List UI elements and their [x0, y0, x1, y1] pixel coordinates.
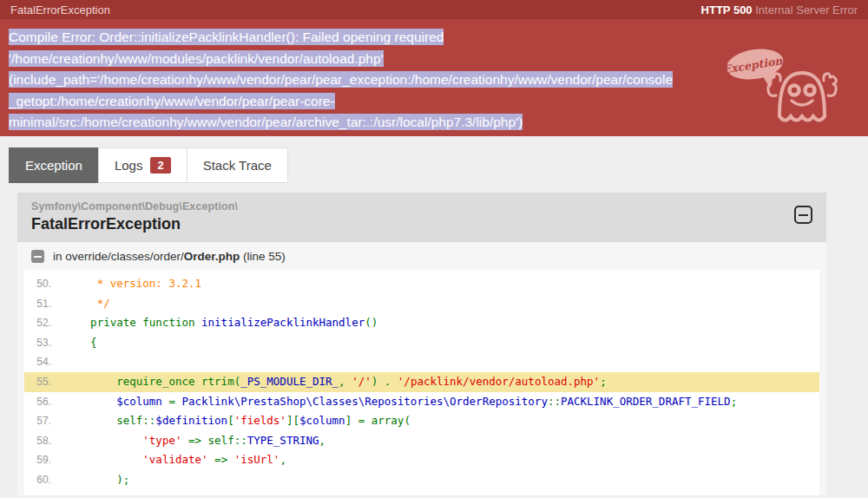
line-number: 54.	[24, 352, 64, 372]
exception-title: FatalErrorException	[10, 3, 110, 16]
exception-class-name: FatalErrorException	[31, 215, 238, 233]
top-status-bar: FatalErrorException HTTP 500 Internal Se…	[0, 0, 868, 19]
error-header: Compile Error: Order::initializePacklink…	[0, 19, 868, 136]
http-status: HTTP 500 Internal Server Error	[701, 3, 858, 16]
code-text: );	[64, 470, 129, 490]
code-line: 50. * version: 3.2.1	[24, 274, 819, 294]
code-line: 58. 'type' => self::TYPE_STRING,	[24, 431, 819, 451]
exception-ghost-icon: Exception!	[722, 45, 844, 132]
line-number: 53.	[24, 333, 64, 353]
error-message-line: '/home/creationhy/www/modules/packlink/v…	[9, 50, 384, 67]
error-message: Compile Error: Order::initializePacklink…	[9, 27, 755, 134]
tab-logs-label: Logs	[115, 158, 143, 173]
code-text: 'type' => self::TYPE_STRING,	[64, 431, 326, 451]
code-line: 60. );	[24, 470, 819, 490]
error-message-line: _getopt:/home/creationhy/www/vendor/pear…	[9, 93, 335, 109]
tab-exception[interactable]: Exception	[9, 147, 99, 183]
line-number: 56.	[24, 392, 64, 412]
code-text: self::$definition['fields'][$column] = a…	[64, 411, 411, 431]
http-status-code: HTTP 500	[701, 3, 753, 16]
file-location-row: in override/classes/order/Order.php (lin…	[17, 242, 826, 270]
tab-stack-trace-label: Stack Trace	[203, 158, 272, 173]
line-number: 58.	[24, 431, 64, 451]
line-number: 52.	[24, 313, 64, 333]
collapse-trace-icon[interactable]	[31, 250, 44, 263]
error-message-line: (include_path='/home/creationhy/www/vend…	[9, 71, 673, 88]
line-number: 57.	[24, 411, 64, 431]
line-number: 51.	[24, 294, 64, 314]
code-line: 53. {	[24, 333, 819, 353]
file-location-text: in override/classes/order/Order.php (lin…	[53, 250, 286, 263]
code-line: 54.	[24, 352, 819, 372]
code-text: * version: 3.2.1	[64, 274, 201, 294]
http-status-text: Internal Server Error	[755, 3, 858, 16]
tab-exception-label: Exception	[25, 158, 82, 173]
error-message-line: Compile Error: Order::initializePacklink…	[9, 29, 444, 45]
exception-namespace: Symfony\Component\Debug\Exception\	[31, 200, 238, 213]
code-text: {	[64, 333, 97, 353]
logs-count-badge: 2	[150, 157, 170, 174]
code-line: 56. $column = Packlink\PrestaShop\Classe…	[24, 392, 819, 412]
tab-stack-trace[interactable]: Stack Trace	[187, 147, 288, 183]
code-line: 59. 'validate' => 'isUrl',	[24, 450, 819, 470]
error-message-line: minimal/src:/home/creationhy/www/vendor/…	[9, 114, 523, 130]
line-number: 59.	[24, 450, 64, 470]
code-text: 'validate' => 'isUrl',	[64, 450, 286, 470]
debug-tabbar: Exception Logs 2 Stack Trace	[9, 147, 868, 183]
code-line: 57. self::$definition['fields'][$column]…	[24, 411, 819, 431]
code-text: private function initializePacklinkHandl…	[64, 313, 378, 333]
tab-logs[interactable]: Logs 2	[98, 147, 187, 183]
code-listing: 50. * version: 3.2.151. */52. private fu…	[24, 270, 819, 495]
file-name: Order.php	[184, 250, 240, 263]
collapse-panel-button[interactable]	[794, 206, 812, 224]
exception-panel: Symfony\Component\Debug\Exception\ Fatal…	[17, 193, 826, 495]
line-number: 50.	[24, 274, 64, 294]
line-number: 60.	[24, 470, 64, 490]
code-line: 52. private function initializePacklinkH…	[24, 313, 819, 333]
code-line-highlighted: 55. require_once rtrim(_PS_MODULE_DIR_, …	[24, 372, 819, 392]
exception-panel-header: Symfony\Component\Debug\Exception\ Fatal…	[17, 193, 826, 242]
code-text: require_once rtrim(_PS_MODULE_DIR_, '/')…	[64, 372, 607, 392]
code-text: */	[64, 294, 110, 314]
code-text: $column = Packlink\PrestaShop\Classes\Re…	[64, 392, 737, 412]
line-number: 55.	[24, 372, 64, 392]
code-line: 51. */	[24, 294, 819, 314]
